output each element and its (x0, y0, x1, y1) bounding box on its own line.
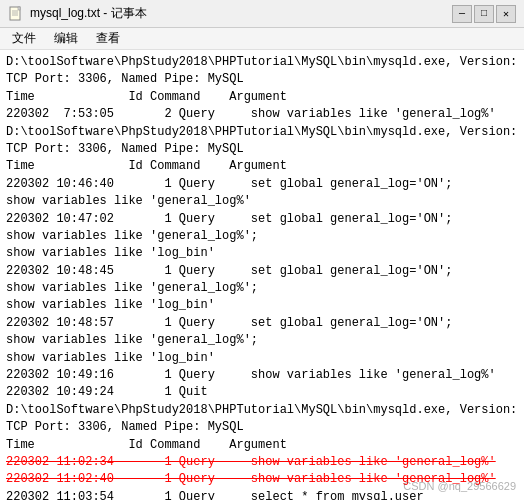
text-line: 220302 10:49:16 1 Query show variables l… (6, 367, 518, 384)
text-line: 220302 10:49:24 1 Quit (6, 384, 518, 401)
text-line: TCP Port: 3306, Named Pipe: MySQL (6, 141, 518, 158)
maximize-button[interactable]: □ (474, 5, 494, 23)
text-line: 220302 10:46:40 1 Query set global gener… (6, 176, 518, 193)
text-line: D:\toolSoftware\PhpStudy2018\PHPTutorial… (6, 54, 518, 71)
text-line: show variables like 'general_log%' (6, 193, 518, 210)
text-line: Time Id Command Argument (6, 158, 518, 175)
title-bar: mysql_log.txt - 记事本 — □ ✕ (0, 0, 524, 28)
text-line: show variables like 'general_log%'; (6, 332, 518, 349)
menu-view[interactable]: 查看 (88, 29, 128, 48)
text-line: D:\toolSoftware\PhpStudy2018\PHPTutorial… (6, 124, 518, 141)
app-icon (8, 6, 24, 22)
text-line: 220302 7:53:05 2 Query show variables li… (6, 106, 518, 123)
window-title: mysql_log.txt - 记事本 (30, 5, 446, 22)
text-line: 220302 10:48:45 1 Query set global gener… (6, 263, 518, 280)
text-line: 220302 10:47:02 1 Query set global gener… (6, 211, 518, 228)
text-line: show variables like 'general_log%'; (6, 280, 518, 297)
svg-rect-1 (18, 7, 20, 10)
text-line: D:\toolSoftware\PhpStudy2018\PHPTutorial… (6, 402, 518, 419)
close-button[interactable]: ✕ (496, 5, 516, 23)
text-line: TCP Port: 3306, Named Pipe: MySQL (6, 71, 518, 88)
window-controls[interactable]: — □ ✕ (452, 5, 516, 23)
text-line: Time Id Command Argument (6, 89, 518, 106)
text-line: 220302 11:02:34 1 Query show variables l… (6, 454, 518, 471)
text-content: D:\toolSoftware\PhpStudy2018\PHPTutorial… (0, 50, 524, 500)
text-line: TCP Port: 3306, Named Pipe: MySQL (6, 419, 518, 436)
watermark: CSDN @nq_29566629 (403, 480, 516, 492)
menu-bar: 文件 编辑 查看 (0, 28, 524, 50)
text-line: 220302 10:48:57 1 Query set global gener… (6, 315, 518, 332)
text-line: show variables like 'log_bin' (6, 350, 518, 367)
text-line: Time Id Command Argument (6, 437, 518, 454)
menu-edit[interactable]: 编辑 (46, 29, 86, 48)
minimize-button[interactable]: — (452, 5, 472, 23)
menu-file[interactable]: 文件 (4, 29, 44, 48)
text-line: show variables like 'general_log%'; (6, 228, 518, 245)
text-line: show variables like 'log_bin' (6, 245, 518, 262)
text-line: show variables like 'log_bin' (6, 297, 518, 314)
